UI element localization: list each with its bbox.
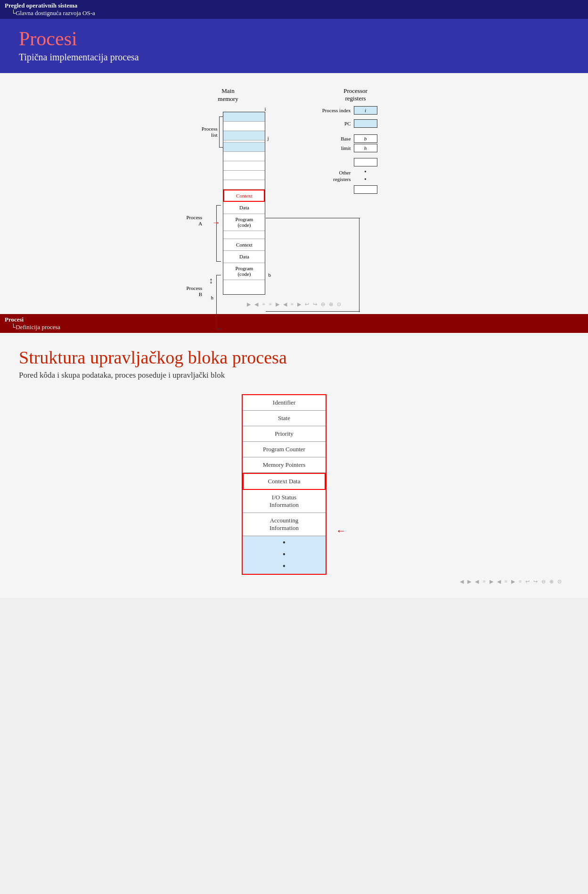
base-label: Base bbox=[313, 136, 351, 141]
process-b-label: ProcessB bbox=[186, 285, 202, 298]
slide-2-title: Struktura upravljačkog bloka procesa bbox=[19, 347, 569, 368]
main-memory-area: Mainmemory Processlist i bbox=[190, 87, 266, 295]
process-a-label: ProcessA bbox=[186, 215, 202, 227]
slide-1: Procesi Tipična implementacija procesa M… bbox=[0, 19, 588, 314]
memory-diagram: Mainmemory Processlist i bbox=[190, 83, 398, 299]
mem-cell-blue-3 bbox=[223, 142, 265, 152]
reg-process-index: Process index i bbox=[313, 106, 377, 115]
mem-cell-white-1 bbox=[223, 122, 265, 131]
top-nav-main: Pregled operativnih sistema bbox=[5, 2, 583, 9]
mem-cell-gap bbox=[223, 231, 265, 239]
other-reg-1 bbox=[354, 158, 377, 166]
memory-column: i bbox=[223, 106, 266, 295]
limit-value: h bbox=[354, 144, 377, 152]
mem-cell-blue-1 bbox=[223, 112, 265, 122]
connector-line-v bbox=[359, 218, 360, 312]
mem-cell-white-2 bbox=[223, 152, 265, 161]
pc-label: PC bbox=[313, 121, 351, 126]
label-j: j bbox=[267, 135, 269, 141]
reg-other: Otherregisters •• bbox=[313, 158, 377, 194]
processor-registers-label: Processorregisters bbox=[313, 87, 398, 102]
process-index-value: i bbox=[354, 106, 377, 115]
label-h: h bbox=[211, 295, 213, 300]
process-a-bracket bbox=[216, 205, 221, 262]
slide-1-header: Procesi Tipična implementacija procesa bbox=[0, 19, 588, 73]
pcb-arrow-area: ← bbox=[336, 431, 346, 537]
pcb-box: Identifier State Priority Program Counte… bbox=[242, 394, 327, 575]
mem-cell-white-3 bbox=[223, 161, 265, 171]
pcb-cell-memory-pointers: Memory Pointers bbox=[243, 457, 326, 473]
processor-registers-area: Processorregisters Process index i PC Ba… bbox=[313, 87, 398, 194]
side-labels: Processlist bbox=[190, 106, 223, 295]
mem-cell-program-b: Program(code) bbox=[223, 263, 265, 280]
memory-layout: Processlist i bbox=[190, 106, 266, 295]
pcb-cell-io-status: I/O StatusInformation bbox=[243, 490, 326, 513]
red-arrow-context: → bbox=[212, 218, 220, 228]
pcb-cell-context-data: Context Data bbox=[243, 473, 326, 490]
mem-cell-context-a: Context bbox=[223, 190, 265, 202]
slide-2-header: Struktura upravljačkog bloka procesa Por… bbox=[0, 333, 588, 385]
section-nav-sub: └Definicija procesa bbox=[5, 323, 583, 331]
pc-value bbox=[354, 119, 377, 128]
slide-2-subtitle: Pored kôda i skupa podataka, proces pose… bbox=[19, 371, 569, 380]
mem-cell-data-b: Data bbox=[223, 251, 265, 263]
process-list-bracket-line bbox=[219, 116, 223, 148]
process-index-label: Process index bbox=[313, 108, 351, 113]
pcb-cell-dots: • • • bbox=[243, 536, 326, 574]
slide-1-nav-bottom: ▶ ◀ ≡ ≡ ▶ ◀ ≡ ▶ ↩ ↪ ⊖ ⊕ ⊙ bbox=[239, 299, 349, 309]
section-navigation: Procesi └Definicija procesa bbox=[0, 314, 588, 333]
reg-base: Base b bbox=[313, 134, 377, 143]
mem-cell-bottom bbox=[223, 280, 265, 294]
pcb-cell-priority: Priority bbox=[243, 426, 326, 442]
pcb-cell-state: State bbox=[243, 411, 326, 426]
pcb-cell-identifier: Identifier bbox=[243, 395, 326, 411]
slide-1-content: Mainmemory Processlist i bbox=[0, 73, 588, 314]
mem-cell-data-a: Data bbox=[223, 202, 265, 214]
mem-cell-white-5 bbox=[223, 180, 265, 190]
reg-limit: limit h bbox=[313, 144, 377, 152]
mem-cell-context-b: Context bbox=[223, 239, 265, 251]
mem-cell-program-a: Program(code) bbox=[223, 214, 265, 231]
slide-1-title: Procesi bbox=[19, 27, 569, 50]
context-data-arrow: ← bbox=[336, 525, 346, 537]
process-b-bracket bbox=[216, 275, 221, 329]
memory-cells: Context Data Program(code) Context Data … bbox=[223, 112, 265, 295]
h-arrows: ↕ bbox=[209, 276, 213, 286]
connector-line-h bbox=[266, 218, 360, 219]
other-reg-dots: •• bbox=[354, 168, 377, 183]
other-registers-values: •• bbox=[354, 158, 377, 194]
top-nav-sub: └Glavna dostignuća razvoja OS-a bbox=[5, 9, 583, 17]
pcb-cell-program-counter: Program Counter bbox=[243, 442, 326, 457]
pcb-cell-accounting: AccountingInformation bbox=[243, 513, 326, 536]
process-list-bracket: Processlist bbox=[202, 116, 223, 148]
limit-label: limit bbox=[313, 145, 351, 151]
label-i: i bbox=[264, 106, 266, 112]
slide-2-nav-bottom: ◀ ▶ ◀ ≡ ▶ ◀ ≡ ▶ ≡ ↩ ↪ ⊖ ⊕ ⊙ bbox=[19, 575, 569, 588]
slide-2-content: Identifier State Priority Program Counte… bbox=[0, 385, 588, 598]
slide-2: Struktura upravljačkog bloka procesa Por… bbox=[0, 333, 588, 598]
pcb-arrow-spacer bbox=[336, 431, 346, 525]
main-memory-label: Mainmemory bbox=[218, 87, 238, 103]
other-registers-label: Otherregisters bbox=[313, 169, 351, 183]
section-nav-main: Procesi bbox=[5, 316, 583, 323]
label-b: b bbox=[268, 272, 271, 278]
connector-line-h2 bbox=[266, 311, 360, 312]
other-reg-2 bbox=[354, 185, 377, 194]
process-list-label: Processlist bbox=[202, 126, 218, 138]
mem-cell-blue-2 bbox=[223, 131, 265, 141]
pcb-diagram: Identifier State Priority Program Counte… bbox=[242, 394, 346, 575]
base-value: b bbox=[354, 134, 377, 143]
mem-cell-white-4 bbox=[223, 171, 265, 180]
reg-pc: PC bbox=[313, 119, 377, 128]
slide-1-subtitle: Tipična implementacija procesa bbox=[19, 52, 569, 63]
top-navigation: Pregled operativnih sistema └Glavna dost… bbox=[0, 0, 588, 19]
